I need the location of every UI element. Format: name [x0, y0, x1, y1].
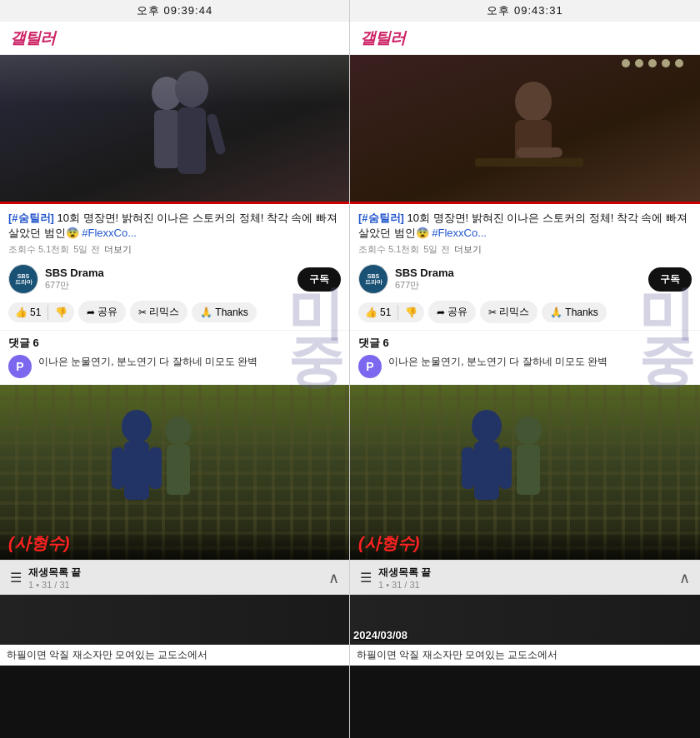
thanks-button-left[interactable]: 🙏 Thanks: [192, 302, 256, 322]
comment-text-right: 이나은 눈물연기, 분노연기 다 잘하네 미모도 완벽: [388, 355, 608, 369]
thanks-icon-left: 🙏: [200, 307, 212, 318]
comments-section-right: 미중 댓글 6 P 이나은 눈물연기, 분노연기 다 잘하네 미모도 완벽: [350, 330, 700, 385]
video-info-left: [#숨틸러] 10회 명장면! 밝혀진 이나은 스토커의 정체! 착각 속에 빠…: [0, 204, 349, 264]
comment-row-right: P 이나은 눈물연기, 분노연기 다 잘하네 미모도 완벽: [358, 355, 692, 378]
bottom-text-right: 하필이면 악질 재소자만 모여있는 교도소에서: [350, 645, 700, 666]
actions-row-right: 👍 51 👎 ➦ 공유 ✂ 리믹스 🙏 Thanks: [350, 301, 700, 330]
playlist-icon-left: ☰: [10, 570, 22, 586]
hashtag1-right: [#숨틸러]: [358, 212, 404, 224]
hashtag1-left: [#숨틸러]: [8, 212, 54, 224]
comments-count-right: 댓글 6: [358, 336, 692, 351]
video-title-text-right: 10회 명장면! 밝혀진 이나은 스토커의 정체! 착각 속에 빠져 살았던 범…: [358, 212, 688, 239]
more-link-left[interactable]: 더보기: [104, 243, 132, 256]
video-thumb-left-1[interactable]: [0, 55, 349, 202]
left-panel: 오후 09:39:44 갤틸러: [0, 0, 350, 738]
like-count-right: 51: [380, 307, 391, 318]
svg-rect-18: [499, 447, 512, 489]
channel-info-right: SBS Drama 677만: [395, 267, 642, 292]
video-title-text-left: 10회 명장면! 밝혀진 이나은 스토커의 정체! 착각 속에 빠져 살았던 범…: [8, 212, 338, 239]
svg-rect-1: [154, 110, 179, 168]
scene-svg-right: [442, 68, 608, 202]
video-thumb-right-2[interactable]: (사형수): [350, 385, 700, 560]
channel-subs-left: 677만: [45, 279, 291, 292]
bottom-preview-left: 하필이면 악질 재소자만 모여있는 교도소에서: [0, 595, 349, 738]
playlist-bar-left[interactable]: ☰ 재생목록 끝 1 • 31 / 31 ∧: [0, 560, 349, 595]
share-icon-right: ➦: [437, 307, 445, 318]
video-info-right: [#숨틸러] 10회 명장면! 밝혀진 이나은 스토커의 정체! 착각 속에 빠…: [350, 204, 700, 264]
video-meta-left: 조회수 5.1천회 5일 전 더보기: [8, 243, 341, 256]
share-button-left[interactable]: ➦ 공유: [78, 301, 126, 323]
playlist-bar-right[interactable]: ☰ 재생목록 끝 1 • 31 / 31 ∧: [350, 560, 700, 595]
channel-name-left: SBS Drama: [45, 267, 291, 279]
dislike-icon-left: 👎: [55, 307, 68, 318]
channel-avatar-left: SBS드라마: [8, 264, 38, 294]
svg-rect-3: [178, 107, 206, 174]
bottom-preview-bg-right: 2024/03/08: [350, 595, 700, 645]
remix-icon-right: ✂: [488, 307, 497, 318]
comment-avatar-left: P: [8, 355, 32, 378]
channel-row-left: SBS드라마 SBS Drama 677만 구독: [0, 264, 349, 301]
channel-row-right: SBS드라마 SBS Drama 677만 구독: [350, 264, 700, 301]
dislike-icon-right: 👎: [405, 307, 418, 318]
remix-label-left: 리믹스: [149, 305, 179, 319]
like-group-left: 👍 51 👎: [8, 302, 74, 322]
like-icon-right: 👍: [365, 307, 378, 318]
view-count-left: 조회수 5.1천회: [8, 243, 69, 256]
subscribe-button-right[interactable]: 구독: [648, 267, 692, 292]
days-ago-left: 5일 전: [73, 243, 99, 256]
svg-rect-13: [517, 147, 562, 157]
comments-section-left: 미중 댓글 6 P 이나은 눈물연기, 분노연기 다 잘하네 미모도 완벽: [0, 330, 349, 385]
playlist-chevron-right: ∧: [679, 569, 690, 587]
svg-rect-17: [462, 447, 474, 489]
comment-text-left: 이나은 눈물연기, 분노연기 다 잘하네 미모도 완벽: [38, 355, 258, 369]
remix-button-left[interactable]: ✂ 리믹스: [130, 301, 188, 323]
actions-row-left: 👍 51 👎 ➦ 공유 ✂ 리믹스 🙏 Thanks: [0, 301, 349, 330]
status-bar-right: 오후 09:43:31: [350, 0, 700, 22]
status-bar-left: 오후 09:39:44: [0, 0, 349, 22]
bottom-text-left: 하필이면 악질 재소자만 모여있는 교도소에서: [0, 645, 349, 666]
svg-point-9: [165, 416, 192, 445]
right-panel: 오후 09:43:31 갤틸러: [350, 0, 700, 738]
svg-rect-4: [206, 112, 227, 155]
app-header-right: 갤틸러: [350, 22, 700, 55]
remix-button-right[interactable]: ✂ 리믹스: [480, 301, 538, 323]
svg-rect-10: [167, 445, 190, 495]
playlist-count-left: 1 • 31 / 31: [28, 580, 322, 590]
subscribe-button-left[interactable]: 구독: [298, 267, 341, 292]
dislike-button-right[interactable]: 👎: [398, 302, 424, 322]
svg-point-11: [515, 82, 552, 122]
share-icon-left: ➦: [87, 307, 95, 318]
like-group-right: 👍 51 👎: [358, 302, 424, 322]
share-label-right: 공유: [448, 305, 468, 319]
playlist-chevron-left: ∧: [328, 569, 339, 587]
dislike-button-left[interactable]: 👎: [48, 302, 74, 322]
channel-info-left: SBS Drama 677만: [45, 267, 291, 292]
like-button-right[interactable]: 👍 51: [358, 302, 398, 322]
app-header-left: 갤틸러: [0, 22, 349, 55]
channel-name-right: SBS Drama: [395, 267, 642, 279]
action-chars-right: [420, 410, 587, 535]
like-button-left[interactable]: 👍 51: [8, 302, 48, 322]
time-left: 오후 09:39:44: [137, 4, 212, 17]
view-count-right: 조회수 5.1천회: [358, 243, 419, 256]
hashtag2-left: #FlexxCo...: [82, 227, 137, 239]
video-thumb-right-1[interactable]: [350, 55, 700, 202]
thanks-icon-right: 🙏: [550, 307, 562, 318]
more-link-right[interactable]: 더보기: [454, 243, 482, 256]
comment-row-left: P 이나은 눈물연기, 분노연기 다 잘하네 미모도 완벽: [8, 355, 341, 378]
action-title-right: (사형수): [358, 534, 419, 552]
share-button-right[interactable]: ➦ 공유: [428, 301, 476, 323]
playlist-count-right: 1 • 31 / 31: [378, 580, 672, 590]
thanks-button-right[interactable]: 🙏 Thanks: [542, 302, 606, 322]
video-meta-right: 조회수 5.1천회 5일 전 더보기: [358, 243, 692, 256]
days-ago-right: 5일 전: [423, 243, 449, 256]
video-title-left: [#숨틸러] 10회 명장면! 밝혀진 이나은 스토커의 정체! 착각 속에 빠…: [8, 211, 341, 241]
channel-avatar-right: SBS드라마: [358, 264, 388, 294]
video-thumb-left-2[interactable]: (사형수): [0, 385, 349, 560]
bottom-preview-bg-left: [0, 595, 349, 645]
action-title-left: (사형수): [8, 534, 69, 552]
playlist-info-right: 재생목록 끝 1 • 31 / 31: [378, 566, 672, 590]
action-chars-left: [70, 410, 237, 535]
playlist-info-left: 재생목록 끝 1 • 31 / 31: [28, 566, 322, 590]
hashtag2-right: #FlexxCo...: [432, 227, 487, 239]
